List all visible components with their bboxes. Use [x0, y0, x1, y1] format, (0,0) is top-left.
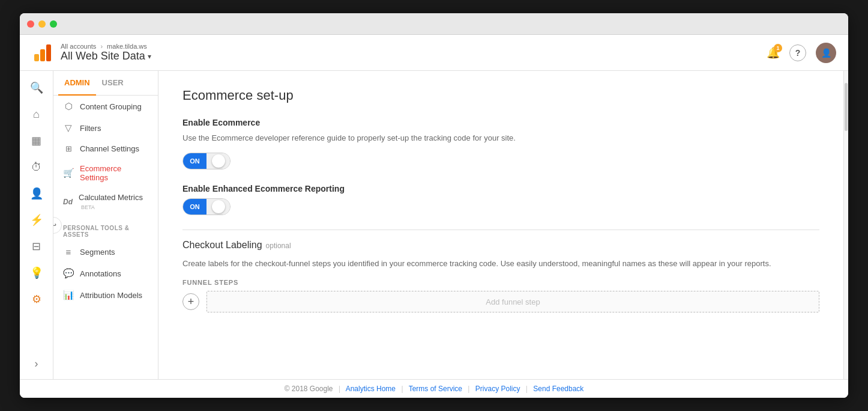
sidebar-item-filters[interactable]: ▽ Filters [53, 117, 158, 139]
header-icons: 🔔 1 ? 👤 [767, 43, 836, 63]
footer: © 2018 Google | Analytics Home | Terms o… [20, 379, 848, 398]
enhanced-toggle-off-area [206, 199, 230, 215]
account-title[interactable]: All Web Site Data ▾ [61, 50, 767, 62]
breadcrumb: All accounts › make.tilda.ws [61, 43, 767, 50]
enable-ecommerce-label: Enable Ecommerce [182, 118, 819, 127]
enhanced-toggle-thumb [212, 200, 225, 213]
scroll-thumb[interactable] [845, 83, 848, 131]
maximize-button[interactable] [50, 20, 57, 28]
sidebar-item-segments[interactable]: ≡ Segments [53, 242, 158, 263]
minimize-button[interactable] [38, 20, 46, 28]
calculated-metrics-icon: Dd [63, 198, 73, 206]
sidebar-item-search[interactable]: 🔍 [25, 76, 49, 100]
sidebar-item-annotations[interactable]: 💬 Annotations [53, 263, 158, 284]
collapse-icon: ↩ [53, 221, 56, 230]
footer-link-privacy[interactable]: Privacy Policy [475, 385, 520, 393]
attribution-icon: 📊 [63, 290, 74, 300]
scroll-track[interactable] [844, 71, 848, 379]
sidebar-item-calculated-metrics[interactable]: Dd Calculated Metrics BETA [53, 187, 158, 216]
enable-ecommerce-toggle[interactable]: ON [182, 153, 231, 169]
footer-link-analytics-home[interactable]: Analytics Home [346, 385, 396, 393]
annotations-icon: 💬 [63, 268, 74, 279]
svg-rect-0 [34, 54, 39, 61]
app-container: All accounts › make.tilda.ws All Web Sit… [20, 35, 848, 398]
header-title-area: All accounts › make.tilda.ws All Web Sit… [61, 43, 767, 62]
sidebar-item-home[interactable]: ⌂ [25, 102, 49, 126]
person-icon: 👤 [30, 187, 43, 200]
sidebar-item-conversions[interactable]: 💡 [25, 261, 49, 285]
sidebar-item-label-segments: Segments [80, 248, 115, 257]
beta-badge: BETA [81, 204, 95, 210]
breadcrumb-all-accounts[interactable]: All accounts [61, 43, 96, 50]
sidebar-item-label-attribution: Attribution Models [80, 291, 142, 300]
enhanced-toggle-on-label: ON [183, 199, 206, 215]
top-header: All accounts › make.tilda.ws All Web Sit… [20, 35, 848, 71]
sidebar-item-reports[interactable]: ⏱ [25, 155, 49, 179]
lightning-icon: ⚡ [30, 213, 43, 227]
funnel-step-placeholder: Add funnel step [486, 297, 540, 306]
notifications-button[interactable]: 🔔 1 [767, 46, 780, 59]
enable-enhanced-toggle-container: ON [182, 198, 819, 215]
footer-separator-2: | [401, 385, 403, 393]
main-content: Ecommerce set-up Enable Ecommerce Use th… [158, 71, 843, 379]
optional-badge: optional [266, 242, 291, 250]
sidebar-item-acquisition[interactable]: ⚡ [25, 208, 49, 232]
sidebar-item-behavior[interactable]: ⊟ [25, 234, 49, 258]
clock-icon: ⏱ [31, 161, 42, 174]
checkout-labeling-header: Checkout Labeling optional [182, 240, 819, 253]
sidebar-item-attribution-models[interactable]: 📊 Attribution Models [53, 284, 158, 306]
enable-enhanced-label: Enable Enhanced Ecommerce Reporting [182, 184, 819, 193]
add-funnel-step-button[interactable]: + [182, 293, 199, 310]
copyright-text: © 2018 Google [285, 385, 333, 393]
footer-link-feedback[interactable]: Send Feedback [533, 385, 583, 393]
personal-tools-label: PERSONAL TOOLS & ASSETS [53, 216, 158, 242]
sidebar-item-label-filters: Filters [80, 124, 101, 133]
table-icon: ⊟ [32, 240, 41, 253]
toggle-off-area [206, 153, 230, 169]
filters-icon: ▽ [63, 123, 74, 133]
nav-tabs: ADMIN USER [53, 71, 158, 96]
funnel-step-input[interactable]: Add funnel step [206, 291, 819, 312]
titlebar [20, 13, 848, 35]
funnel-steps-label: FUNNEL STEPS [182, 279, 819, 286]
app-window: All accounts › make.tilda.ws All Web Sit… [20, 13, 848, 398]
sidebar-item-content-grouping[interactable]: ⬡ Content Grouping [53, 96, 158, 117]
sidebar-expand-button[interactable]: › [25, 355, 49, 379]
content-wrapper: Ecommerce set-up Enable Ecommerce Use th… [158, 71, 848, 379]
sidebar-item-ecommerce-settings[interactable]: 🛒 Ecommerce Settings [53, 159, 158, 187]
sidebar-item-label-content-grouping: Content Grouping [80, 102, 142, 111]
footer-link-terms[interactable]: Terms of Service [409, 385, 462, 393]
footer-separator-4: | [526, 385, 528, 393]
sidebar-item-label-channel-settings: Channel Settings [80, 144, 139, 153]
footer-separator-1: | [339, 385, 340, 393]
home-icon: ⌂ [33, 108, 40, 121]
svg-rect-1 [40, 49, 45, 61]
sidebar-item-admin[interactable]: ⚙ [25, 287, 49, 311]
sidebar-item-label-calculated-metrics: Calculated Metrics BETA [79, 193, 148, 211]
footer-separator-3: | [468, 385, 469, 393]
bulb-icon: 💡 [30, 266, 43, 279]
nav-sidebar: ↩ ADMIN USER ⬡ Content Grouping ▽ Filter… [53, 71, 158, 379]
svg-rect-2 [46, 44, 51, 61]
enable-enhanced-toggle[interactable]: ON [182, 198, 231, 215]
enable-enhanced-section: Enable Enhanced Ecommerce Reporting ON [182, 184, 819, 215]
help-button[interactable]: ? [789, 44, 806, 61]
toggle-on-label: ON [183, 153, 206, 169]
checkout-labeling-desc: Create labels for the checkout-funnel st… [182, 258, 819, 270]
sidebar-item-label-ecommerce: Ecommerce Settings [80, 164, 148, 182]
ecommerce-icon: 🛒 [63, 168, 74, 178]
enable-ecommerce-toggle-container: ON [182, 153, 819, 169]
sidebar-item-audience[interactable]: 👤 [25, 181, 49, 206]
close-button[interactable] [27, 20, 34, 28]
sidebar-item-channel-settings[interactable]: ⊞ Channel Settings [53, 139, 158, 159]
avatar[interactable]: 👤 [816, 43, 836, 63]
sidebar-item-dashboards[interactable]: ▦ [25, 129, 49, 153]
help-icon: ? [795, 48, 801, 58]
breadcrumb-site[interactable]: make.tilda.ws [107, 43, 147, 50]
checkout-labeling-title: Checkout Labeling [182, 240, 262, 251]
breadcrumb-separator: › [100, 43, 103, 50]
tab-admin[interactable]: ADMIN [58, 71, 96, 96]
tab-user[interactable]: USER [96, 71, 130, 96]
enable-ecommerce-desc: Use the Ecommerce developer reference gu… [182, 132, 819, 144]
checkout-labeling-section: Checkout Labeling optional Create labels… [182, 240, 819, 313]
